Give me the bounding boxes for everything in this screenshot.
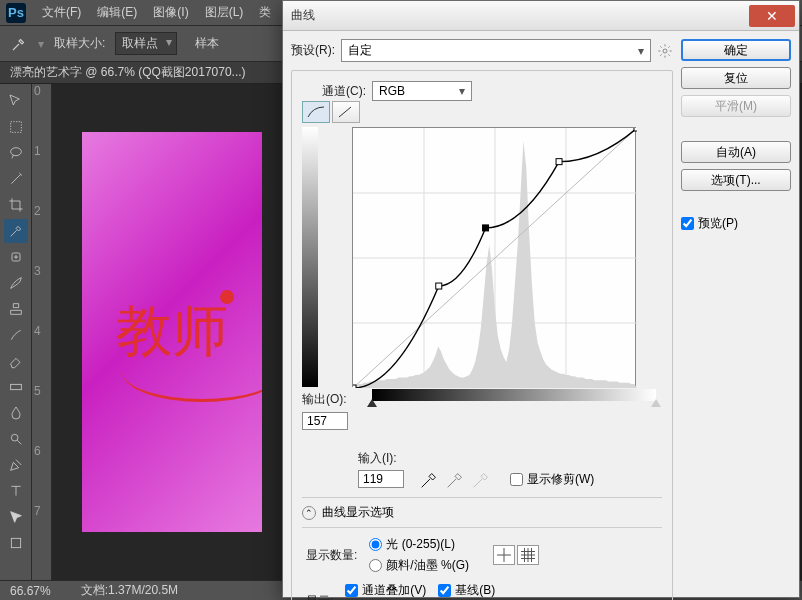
menu-layer[interactable]: 图层(L) (197, 1, 252, 24)
input-label: 输入(I): (358, 450, 397, 467)
ok-button[interactable]: 确定 (681, 39, 791, 61)
svg-rect-5 (11, 538, 20, 547)
menu-type[interactable]: 类 (251, 1, 279, 24)
channel-select[interactable]: RGB▾ (372, 81, 472, 101)
dialog-titlebar[interactable]: 曲线 ✕ (283, 1, 799, 31)
gear-icon[interactable] (657, 43, 673, 59)
white-eyedropper[interactable] (470, 469, 492, 489)
curve-draw-mode[interactable] (332, 101, 360, 123)
output-value[interactable] (302, 412, 348, 430)
channel-label: 通道(C): (322, 83, 366, 100)
heal-tool[interactable] (4, 245, 28, 269)
curves-dialog: 曲线 ✕ 预设(R): 自定▾ 通道(C): RGB▾ (282, 0, 800, 598)
black-point-slider[interactable] (367, 399, 377, 407)
stamp-tool[interactable] (4, 297, 28, 321)
svg-rect-3 (10, 384, 21, 389)
svg-rect-0 (10, 122, 21, 133)
display-options-toggle[interactable]: ⌃ 曲线显示选项 (302, 497, 662, 528)
show-baseline-checkbox[interactable]: 基线(B) (438, 582, 508, 599)
svg-rect-15 (436, 283, 442, 289)
document-canvas[interactable]: 教师 (82, 132, 262, 532)
ps-logo: Ps (6, 3, 26, 23)
type-tool[interactable] (4, 479, 28, 503)
lasso-tool[interactable] (4, 141, 28, 165)
canvas-decoration-swoosh (122, 342, 262, 402)
grid-fine[interactable] (517, 545, 539, 565)
blur-tool[interactable] (4, 401, 28, 425)
dodge-tool[interactable] (4, 427, 28, 451)
svg-point-4 (11, 434, 18, 441)
svg-rect-16 (483, 225, 489, 231)
reset-button[interactable]: 复位 (681, 67, 791, 89)
show-overlay-checkbox[interactable]: 通道叠加(V) (345, 582, 426, 599)
path-select-tool[interactable] (4, 505, 28, 529)
svg-point-1 (10, 148, 21, 156)
input-gradient (372, 389, 656, 401)
svg-rect-18 (634, 128, 637, 131)
sample-size-label: 取样大小: (54, 35, 105, 52)
gray-eyedropper[interactable] (444, 469, 466, 489)
brush-tool[interactable] (4, 271, 28, 295)
wand-tool[interactable] (4, 167, 28, 191)
sample-size-select[interactable]: 取样点 (115, 32, 177, 55)
doc-size: 文档:1.37M/20.5M (81, 582, 178, 599)
sample-tool-label: 样本 (187, 33, 227, 54)
options-button[interactable]: 选项(T)... (681, 169, 791, 191)
tools-panel (0, 84, 32, 580)
vertical-ruler: 01234567 (32, 84, 52, 580)
show-clipping-checkbox[interactable]: 显示修剪(W) (510, 471, 594, 488)
zoom-level[interactable]: 66.67% (10, 584, 51, 598)
auto-button[interactable]: 自动(A) (681, 141, 791, 163)
amount-pigment-radio[interactable]: 颜料/油墨 %(G) (369, 557, 469, 574)
chevron-down-icon: ⌃ (302, 506, 316, 520)
move-tool[interactable] (4, 89, 28, 113)
svg-rect-14 (353, 385, 356, 388)
dialog-title: 曲线 (291, 7, 315, 24)
input-value[interactable] (358, 470, 404, 488)
menu-file[interactable]: 文件(F) (34, 1, 89, 24)
preset-label: 预设(R): (291, 42, 335, 59)
crop-tool[interactable] (4, 193, 28, 217)
amount-label: 显示数量: (306, 547, 357, 564)
output-gradient (302, 127, 318, 387)
preview-checkbox[interactable]: 预览(P) (681, 215, 791, 232)
black-eyedropper[interactable] (418, 469, 440, 489)
close-button[interactable]: ✕ (749, 5, 795, 27)
svg-rect-17 (556, 159, 562, 165)
eyedropper-icon (10, 35, 28, 53)
marquee-tool[interactable] (4, 115, 28, 139)
svg-point-6 (663, 49, 667, 53)
history-brush-tool[interactable] (4, 323, 28, 347)
eraser-tool[interactable] (4, 349, 28, 373)
output-label: 输出(O): (302, 391, 348, 408)
smooth-button: 平滑(M) (681, 95, 791, 117)
menu-edit[interactable]: 编辑(E) (89, 1, 145, 24)
preset-select[interactable]: 自定▾ (341, 39, 651, 62)
show-label: 显示: (306, 593, 333, 601)
menu-image[interactable]: 图像(I) (145, 1, 196, 24)
shape-tool[interactable] (4, 531, 28, 555)
gradient-tool[interactable] (4, 375, 28, 399)
curve-point-mode[interactable] (302, 101, 330, 123)
grid-coarse[interactable] (493, 545, 515, 565)
amount-light-radio[interactable]: 光 (0-255)(L) (369, 536, 469, 553)
white-point-slider[interactable] (651, 399, 661, 407)
curves-graph[interactable] (352, 127, 636, 387)
eyedropper-tool[interactable] (4, 219, 28, 243)
canvas-decoration-dot (220, 290, 234, 304)
pen-tool[interactable] (4, 453, 28, 477)
